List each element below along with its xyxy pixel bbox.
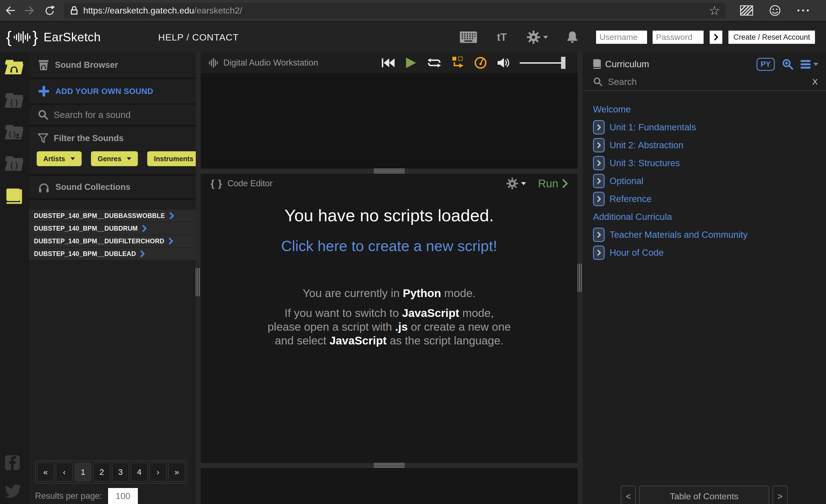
help-contact-link[interactable]: HELP / CONTACT — [158, 32, 239, 43]
curriculum-link[interactable]: Unit 1: Fundamentals — [609, 122, 696, 133]
editor-console-resizer[interactable] — [201, 463, 578, 468]
chevron-right-icon — [597, 124, 601, 130]
curriculum-link[interactable]: Unit 2: Abstraction — [609, 140, 684, 150]
expand-chapter-button[interactable] — [593, 246, 605, 260]
daw-track-area — [201, 73, 578, 169]
drag-grip[interactable] — [196, 268, 201, 296]
drag-grip[interactable] — [374, 463, 405, 468]
expand-chapter-button[interactable] — [593, 120, 605, 134]
expand-chapter-button[interactable] — [593, 228, 605, 242]
expand-chapter-button[interactable] — [593, 156, 605, 170]
shared-scripts-folder-icon[interactable]: { } — [4, 124, 24, 140]
mode-text-line: You are currently in Python mode. — [201, 286, 578, 300]
sound-collection-row[interactable]: DUBSTEP_140_BPM__DUBDRUM — [29, 223, 196, 235]
curriculum-link[interactable]: Hour of Code — [609, 247, 664, 258]
skip-to-start-button[interactable] — [381, 57, 395, 69]
create-script-link[interactable]: Click here to create a new script! — [281, 237, 497, 254]
browser-forward-button[interactable] — [20, 0, 40, 21]
filter-artists-button[interactable]: Artists — [37, 151, 81, 166]
page-button[interactable]: 2 — [93, 462, 110, 482]
sounds-folder-icon[interactable] — [4, 59, 24, 75]
toc-menu-button[interactable] — [801, 60, 818, 69]
api-folder-icon[interactable]: ( ) — [4, 155, 24, 171]
password-field[interactable] — [653, 30, 704, 44]
curriculum-search-input[interactable] — [608, 77, 762, 87]
login-button[interactable] — [710, 30, 722, 44]
curriculum-link[interactable]: Reference — [609, 194, 651, 204]
curriculum-item: Welcome — [593, 100, 826, 118]
filter-genres-button[interactable]: Genres — [91, 151, 138, 166]
hamburger-icon — [801, 60, 811, 69]
volume-slider[interactable] — [520, 57, 566, 69]
curriculum-link[interactable]: Teacher Materials and Community — [609, 230, 748, 240]
close-search-button[interactable]: X — [812, 77, 818, 86]
reading-view-icon[interactable] — [740, 5, 753, 16]
curriculum-link[interactable]: Additional Curricula — [593, 212, 672, 222]
sound-collection-row[interactable]: DUBSTEP_140_BPM__DUBBASSWOBBLE — [29, 210, 196, 222]
curriculum-link[interactable]: Welcome — [593, 104, 631, 115]
loop-button[interactable] — [426, 57, 442, 69]
metronome-button[interactable] — [474, 56, 487, 69]
font-size-button[interactable]: tT — [497, 32, 507, 43]
page-button[interactable]: 4 — [131, 462, 148, 482]
page-button[interactable]: ‹ — [56, 462, 73, 482]
create-reset-account-button[interactable]: Create / Reset Account — [728, 30, 815, 44]
drag-grip[interactable] — [374, 169, 405, 174]
svg-text:{ }: { } — [9, 130, 16, 138]
expand-chapter-button[interactable] — [593, 174, 605, 188]
toc-next-button[interactable]: > — [772, 486, 788, 504]
editor-settings-button[interactable] — [506, 178, 518, 190]
earsketch-logo: { } — [6, 29, 38, 46]
left-panel-resizer[interactable] — [196, 52, 201, 504]
page-button[interactable]: « — [37, 462, 54, 482]
settings-menu-button[interactable] — [527, 30, 548, 44]
curriculum-book-icon[interactable] — [4, 188, 24, 205]
run-button[interactable]: Run — [538, 178, 558, 190]
zoom-in-icon[interactable] — [782, 58, 793, 70]
notifications-button[interactable] — [566, 30, 579, 44]
page-button[interactable]: » — [168, 462, 185, 482]
username-field[interactable] — [596, 30, 647, 44]
right-panel-resizer[interactable] — [578, 52, 583, 504]
address-bar[interactable]: https://earsketch.gatech.edu/earsketch2/… — [64, 3, 726, 18]
add-sound-button[interactable]: ADD YOUR OWN SOUND — [29, 79, 196, 103]
browser-refresh-button[interactable] — [40, 0, 60, 21]
keyboard-shortcuts-button[interactable] — [460, 31, 477, 44]
scripts-folder-icon[interactable]: { } — [4, 92, 24, 108]
sound-collection-row[interactable]: DUBSTEP_140_BPM__DUBFILTERCHORD — [29, 235, 196, 247]
toc-prev-button[interactable]: < — [621, 486, 636, 504]
favorite-star-icon[interactable]: ☆ — [709, 4, 720, 17]
filter-funnel-icon — [38, 133, 48, 143]
mode-text-line: and select JavaScript as the script lang… — [201, 334, 578, 348]
page-button[interactable]: 1 — [74, 462, 92, 482]
volume-slider-handle[interactable] — [561, 57, 566, 69]
more-menu-icon[interactable] — [797, 9, 810, 12]
python-mode-badge[interactable]: PY — [757, 58, 775, 71]
curriculum-item: Additional Curricula — [593, 208, 826, 226]
feedback-smiley-icon[interactable] — [769, 4, 781, 17]
page-button[interactable]: › — [150, 462, 167, 482]
toc-title-button[interactable]: Table of Contents — [639, 486, 769, 504]
expand-chapter-button[interactable] — [593, 192, 605, 206]
forward-arrow-icon — [24, 4, 36, 16]
results-per-page-input[interactable] — [108, 488, 138, 504]
facebook-icon[interactable] — [4, 455, 20, 471]
page-button[interactable]: 3 — [112, 462, 129, 482]
url-text: https://earsketch.gatech.edu/earsketch2/ — [83, 5, 242, 16]
volume-icon[interactable] — [497, 57, 510, 69]
curriculum-item: Optional — [593, 172, 826, 190]
browser-back-button[interactable] — [0, 0, 20, 21]
twitter-icon[interactable] — [4, 484, 21, 499]
curriculum-link[interactable]: Optional — [609, 176, 644, 186]
back-arrow-icon — [4, 4, 16, 16]
sound-collection-name: DUBSTEP_140_BPM__DUBFILTERCHORD — [34, 238, 164, 245]
sound-collection-name: DUBSTEP_140_BPM__DUBLEAD — [34, 250, 136, 258]
expand-chapter-button[interactable] — [593, 138, 605, 152]
sound-search-input[interactable] — [54, 110, 170, 120]
curriculum-link[interactable]: Unit 3: Structures — [609, 158, 680, 168]
daw-editor-resizer[interactable] — [201, 169, 578, 174]
sound-collection-row[interactable]: DUBSTEP_140_BPM__DUBLEAD — [29, 248, 196, 260]
drag-grip[interactable] — [578, 264, 583, 292]
autoscroll-button[interactable] — [452, 56, 464, 69]
play-button[interactable] — [405, 57, 417, 69]
